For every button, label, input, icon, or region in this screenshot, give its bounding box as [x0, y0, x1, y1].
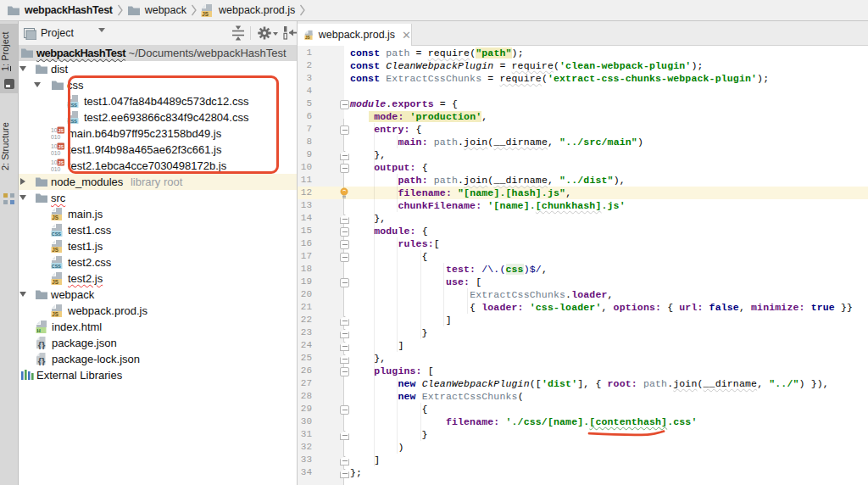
- svg-text:10: 10: [51, 143, 58, 149]
- svg-text:{}: {}: [38, 340, 46, 349]
- svg-text:CSS: CSS: [52, 231, 61, 237]
- svg-text:010: 010: [51, 166, 61, 172]
- svg-text:JS: JS: [58, 128, 64, 133]
- svg-text:JS: JS: [202, 11, 209, 17]
- svg-text:JS: JS: [58, 160, 64, 165]
- svg-text:JS: JS: [305, 36, 310, 40]
- svg-text:H: H: [37, 328, 41, 333]
- svg-text:JS: JS: [52, 215, 58, 220]
- svg-text:{}: {}: [38, 356, 46, 365]
- svg-text:010: 010: [51, 150, 61, 156]
- svg-text:10: 10: [51, 159, 58, 165]
- svg-text:CSS: CSS: [52, 264, 61, 269]
- svg-text:JS: JS: [58, 144, 64, 149]
- svg-text:010: 010: [51, 134, 61, 140]
- svg-text:JS: JS: [52, 247, 58, 253]
- svg-text:JS: JS: [52, 279, 58, 285]
- svg-text:10: 10: [51, 127, 58, 133]
- svg-text:JS: JS: [52, 311, 58, 317]
